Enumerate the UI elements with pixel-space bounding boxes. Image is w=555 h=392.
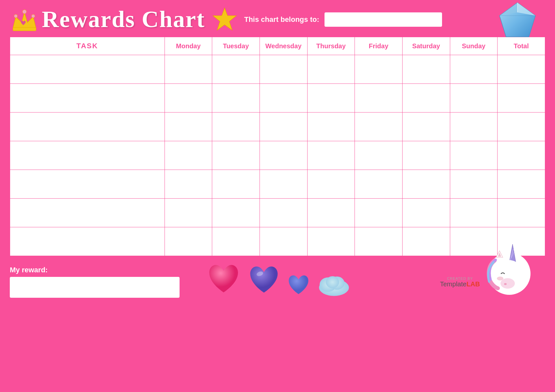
task-cell[interactable] [10,55,165,84]
day-cell[interactable] [450,170,498,199]
day-cell[interactable] [355,227,403,256]
day-cell[interactable] [260,141,307,170]
day-cell[interactable] [355,84,403,113]
day-cell[interactable] [402,227,450,256]
task-cell[interactable] [10,141,165,170]
my-reward-section: My reward: [10,266,180,298]
day-cell[interactable] [450,113,498,141]
day-cell[interactable] [355,55,403,84]
my-reward-input-box[interactable] [10,277,180,298]
task-cell[interactable] [10,227,165,256]
day-cell[interactable] [165,227,212,256]
day-cell[interactable] [260,55,307,84]
cloud-icon [316,268,352,298]
day-cell[interactable] [165,84,212,113]
day-cell[interactable] [307,113,355,141]
crown-icon [10,7,39,33]
day-cell[interactable] [307,170,355,199]
day-cell[interactable] [307,227,355,256]
day-cell[interactable] [165,113,212,141]
svg-point-25 [504,283,507,285]
day-cell[interactable] [402,113,450,141]
brand-template: Template [440,280,467,288]
col-header-task: TASK [10,37,165,55]
main-container: Rewards Chart This chart belongs to: [0,0,555,392]
unicorn-svg [477,231,535,296]
day-cell[interactable] [212,199,260,227]
day-cell[interactable] [355,170,403,199]
table-header-row: TASK Monday Tuesday Wednesday Thursday F… [10,37,545,55]
col-header-wednesday: Wednesday [260,37,307,55]
task-cell[interactable] [10,113,165,141]
header: Rewards Chart This chart belongs to: [10,6,545,33]
day-cell[interactable] [450,141,498,170]
svg-point-15 [326,276,339,288]
task-cell[interactable] [10,199,165,227]
day-cell[interactable] [212,227,260,256]
day-cell[interactable] [402,141,450,170]
day-cell[interactable] [260,84,307,113]
day-cell[interactable] [307,55,355,84]
star-icon [212,7,238,33]
day-cell[interactable] [212,55,260,84]
hearts-container [206,262,352,298]
day-cell[interactable] [402,55,450,84]
my-reward-label: My reward: [10,266,180,274]
belongs-to-label: This chart belongs to: [244,15,319,24]
day-cell[interactable] [212,113,260,141]
day-cell[interactable] [165,141,212,170]
day-cell[interactable] [260,199,307,227]
col-header-saturday: Saturday [402,37,450,55]
day-cell[interactable] [355,141,403,170]
day-cell[interactable] [450,199,498,227]
col-header-thursday: Thursday [307,37,355,55]
task-cell[interactable] [10,170,165,199]
total-cell[interactable] [498,141,545,170]
created-by-text: CREATED BY [440,277,480,280]
chart-title: Rewards Chart [42,6,205,33]
total-cell[interactable] [498,55,545,84]
day-cell[interactable] [402,170,450,199]
belongs-to-input-box[interactable] [325,12,442,27]
day-cell[interactable] [212,170,260,199]
col-header-sunday: Sunday [450,37,498,55]
day-cell[interactable] [212,141,260,170]
task-cell[interactable] [10,84,165,113]
day-cell[interactable] [402,84,450,113]
svg-rect-4 [13,27,36,31]
blue-heart-icon [286,273,311,298]
svg-marker-5 [213,8,236,30]
table-row [10,227,545,256]
day-cell[interactable] [260,113,307,141]
day-cell[interactable] [165,199,212,227]
day-cell[interactable] [165,55,212,84]
table-row [10,55,545,84]
day-cell[interactable] [402,199,450,227]
table-row [10,113,545,141]
day-cell[interactable] [260,227,307,256]
day-cell[interactable] [260,170,307,199]
svg-point-3 [31,14,35,18]
total-cell[interactable] [498,84,545,113]
day-cell[interactable] [450,84,498,113]
svg-point-1 [23,9,26,13]
total-cell[interactable] [498,199,545,227]
day-cell[interactable] [307,84,355,113]
col-header-monday: Monday [165,37,212,55]
day-cell[interactable] [307,141,355,170]
total-cell[interactable] [498,113,545,141]
table-row [10,199,545,227]
day-cell[interactable] [355,199,403,227]
table-row [10,84,545,113]
table-row [10,141,545,170]
purple-heart-large-icon [247,264,281,298]
day-cell[interactable] [450,55,498,84]
day-cell[interactable] [355,113,403,141]
day-cell[interactable] [212,84,260,113]
diamond-icon [496,1,539,40]
bottom-section: My reward: [10,262,545,298]
day-cell[interactable] [165,170,212,199]
total-cell[interactable] [498,170,545,199]
brand-name: TemplateLAB [440,280,480,288]
day-cell[interactable] [307,199,355,227]
